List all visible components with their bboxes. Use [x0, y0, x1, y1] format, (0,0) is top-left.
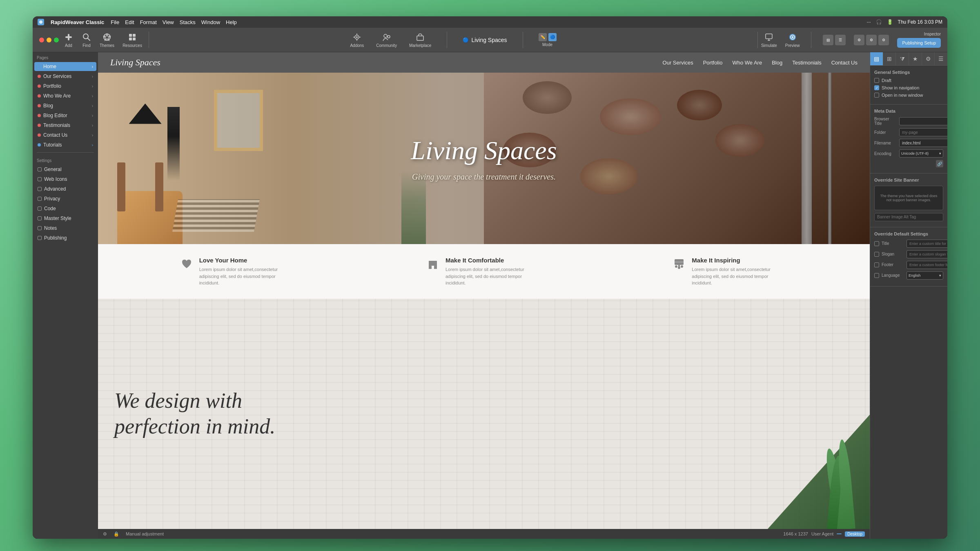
sidebar-item-home[interactable]: Home ›: [34, 62, 96, 71]
inspector-tab-star[interactable]: ★: [909, 52, 922, 65]
gear-view-btn1[interactable]: ⚙: [854, 35, 864, 45]
sidebar-item-advanced[interactable]: Advanced: [34, 184, 96, 193]
slogan-override-checkbox[interactable]: [874, 252, 879, 257]
edit-mode-button[interactable]: ✏️: [539, 33, 547, 41]
add-label: Add: [65, 43, 72, 48]
footer-override-label: Footer: [882, 262, 904, 267]
sidebar-item-blog-editor[interactable]: Blog Editor ›: [34, 111, 96, 120]
advanced-label: Advanced: [44, 186, 66, 192]
sidebar-item-who-we-are[interactable]: Who We Are ›: [34, 91, 96, 100]
sidebar-item-privacy[interactable]: Privacy: [34, 194, 96, 203]
inspector-tab-gear[interactable]: ☰: [935, 52, 947, 65]
encoding-select[interactable]: Unicode (UTF-8) ▾: [899, 149, 943, 158]
folder-input[interactable]: [899, 128, 947, 136]
community-button[interactable]: Community: [376, 32, 397, 48]
banner-alt-tag-input[interactable]: [874, 213, 943, 221]
inspector-tab-grid[interactable]: ▤: [870, 52, 883, 65]
sidebar-item-notes[interactable]: Notes: [34, 224, 96, 233]
preview-button[interactable]: Preview: [785, 32, 800, 48]
filename-input[interactable]: [899, 139, 947, 147]
encoding-row: Encoding Unicode (UTF-8) ▾: [874, 149, 943, 158]
simulate-button[interactable]: Simulate: [761, 32, 777, 48]
fullscreen-button[interactable]: [54, 38, 59, 42]
menu-stacks[interactable]: Stacks: [180, 19, 196, 25]
sidebar-item-web-icons[interactable]: Web Icons: [34, 175, 96, 184]
preview-mode-button[interactable]: 🔵: [548, 33, 557, 41]
show-in-nav-checkbox[interactable]: [874, 85, 879, 90]
svg-rect-26: [430, 266, 432, 269]
publishing-label: Publishing: [44, 235, 67, 241]
menu-help[interactable]: Help: [226, 19, 237, 25]
slogan-override-input[interactable]: [906, 250, 947, 258]
gear-icon: ☰: [938, 56, 944, 62]
addons-button[interactable]: Addons: [350, 32, 364, 48]
user-agent-label: User Agent: [811, 531, 833, 536]
list-view-btn[interactable]: ☰: [835, 35, 846, 45]
menu-window[interactable]: Window: [201, 19, 220, 25]
sidebar-item-portfolio[interactable]: Portfolio ›: [34, 82, 96, 91]
add-button[interactable]: Add: [64, 32, 74, 48]
inspector-tab-table[interactable]: ⊞: [883, 52, 896, 65]
menu-format[interactable]: Format: [140, 19, 157, 25]
sidebar-item-master-style[interactable]: Master Style: [34, 214, 96, 223]
menu-file[interactable]: File: [111, 19, 119, 25]
menu-view[interactable]: View: [163, 19, 174, 25]
footer-override-checkbox[interactable]: [874, 262, 879, 267]
language-override-row: Language English ▾: [874, 271, 943, 280]
override-banner-text: The theme you have selected does not sup…: [878, 194, 940, 202]
testimonials-dot: [38, 124, 41, 127]
language-value: English: [909, 273, 921, 278]
language-override-checkbox[interactable]: [874, 273, 879, 278]
general-settings-section: General Settings Draft Show in navigatio…: [870, 66, 947, 104]
publishing-setup-button[interactable]: Publishing Setup: [897, 38, 941, 48]
svg-rect-9: [133, 38, 136, 40]
menu-items: File Edit Format View Stacks Window Help: [111, 19, 237, 25]
inspector-tab-settings[interactable]: ⚙: [922, 52, 935, 65]
user-agent-badge: [837, 533, 842, 534]
title-override-checkbox[interactable]: [874, 241, 879, 246]
sidebar-item-testimonials[interactable]: Testimonials ›: [34, 121, 96, 130]
browser-title-label: Browser Title: [874, 117, 897, 126]
nav-portfolio[interactable]: Portfolio: [703, 60, 723, 66]
footer-override-input[interactable]: [906, 261, 947, 269]
menu-edit[interactable]: Edit: [125, 19, 134, 25]
marketplace-button[interactable]: Marketplace: [409, 32, 431, 48]
hero-subtitle: Giving your space the treatment it deser…: [411, 172, 557, 182]
sidebar-item-general[interactable]: General: [34, 165, 96, 174]
hero-content: Living Spaces Giving your space the trea…: [411, 136, 557, 182]
link-icon-button[interactable]: 🔗: [936, 160, 943, 167]
language-select[interactable]: English ▾: [906, 271, 943, 280]
close-button[interactable]: [39, 38, 44, 42]
tutorials-arrow: ›: [92, 143, 93, 147]
blog-arrow: ›: [92, 104, 93, 108]
find-button[interactable]: Find: [82, 32, 91, 48]
our-services-label: Our Services: [43, 73, 71, 79]
title-override-input[interactable]: [906, 240, 947, 248]
sidebar-item-our-services[interactable]: Our Services ›: [34, 72, 96, 81]
open-new-window-checkbox[interactable]: [874, 93, 879, 98]
draft-checkbox[interactable]: [874, 78, 879, 83]
inspector-tab-sliders[interactable]: ⧩: [896, 52, 909, 65]
browser-title-input[interactable]: [899, 117, 947, 125]
nav-our-services[interactable]: Our Services: [663, 60, 693, 66]
dimensions-label: 1646 x 1237: [783, 531, 808, 536]
gear-view-btn3[interactable]: ⚙: [878, 35, 889, 45]
who-we-are-arrow: ›: [92, 94, 93, 98]
minimize-button[interactable]: [47, 38, 51, 42]
themes-button[interactable]: Themes: [100, 32, 114, 48]
sidebar-item-code[interactable]: Code: [34, 204, 96, 213]
sidebar-item-publishing[interactable]: Publishing: [34, 233, 96, 242]
sidebar-item-contact-us[interactable]: Contact Us ›: [34, 131, 96, 140]
nav-testimonials[interactable]: Testimonials: [792, 60, 822, 66]
sidebar-item-tutorials[interactable]: Tutorials ›: [34, 140, 96, 149]
advanced-settings-icon: [38, 187, 42, 191]
nav-blog[interactable]: Blog: [772, 60, 782, 66]
web-icons-label: Web Icons: [44, 176, 67, 182]
nav-contact-us[interactable]: Contact Us: [831, 60, 858, 66]
nav-who-we-are[interactable]: Who We Are: [732, 60, 762, 66]
inspector-view-btn[interactable]: ▤: [823, 35, 833, 45]
resources-button[interactable]: Resources: [122, 32, 142, 48]
gear-view-btn2[interactable]: ⚙: [866, 35, 877, 45]
sidebar-item-blog[interactable]: Blog ›: [34, 101, 96, 110]
sidebar-divider: [37, 152, 94, 153]
